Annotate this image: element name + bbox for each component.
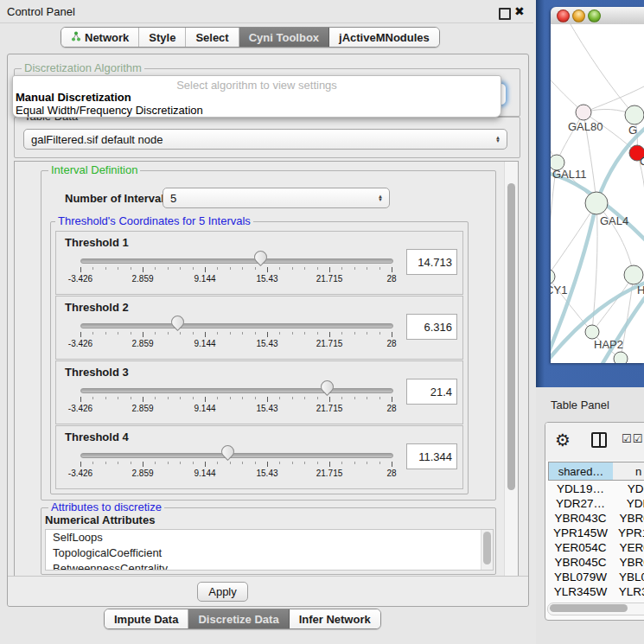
table-row[interactable]: YER054CYER054C [548,541,644,556]
tick-mark [304,332,305,335]
tick-mark [379,462,380,464]
network-edge[interactable] [596,126,644,203]
threshold-value-field[interactable]: 21.4 [406,379,457,405]
tab-network[interactable]: Network [61,28,139,47]
table-panel-title: Table Panel [551,399,609,411]
checkbox-icons[interactable]: ☑☑ [622,432,643,445]
slider-track[interactable] [80,258,393,264]
tick-label: 28 [386,339,396,348]
apply-button[interactable]: Apply [197,582,248,602]
node-h[interactable] [624,265,643,284]
node-label: C [640,155,644,168]
threshold-value-field[interactable]: 6.316 [406,314,457,340]
tick-label: 28 [386,274,396,284]
tick-label: 15.43 [256,339,277,348]
network-edge[interactable] [551,203,596,277]
tick-label: 9.144 [194,274,215,284]
numerical-attributes-list[interactable]: SelfLoopsTopologicalCoefficientBetweenne… [45,529,494,571]
node-bottom[interactable] [614,352,628,363]
attribute-list-item[interactable]: BetweennessCentrality [46,561,493,571]
interval-definition-group: Interval Definition Number of Intervals … [41,170,496,501]
tick-mark [267,332,268,337]
node-top-right[interactable] [625,105,644,124]
algorithm-option[interactable]: Manual Discretization [16,91,131,104]
group-title-attributes: Attributes to discretize [48,501,164,513]
table-row[interactable]: YBR043CYBR043C [548,512,644,526]
tab-label: Discretize Data [198,613,278,626]
slider-track[interactable] [80,388,393,393]
threshold-row: Threshold 3-3.4262.8599.14415.4321.71528… [55,360,463,424]
network-canvas[interactable]: GAL80GCGAL11GAL4GCY1HHAP2 [551,24,644,363]
table-horizontal-scrollbar[interactable] [547,603,644,615]
tab-impute-data[interactable]: Impute Data [105,609,188,628]
table-row[interactable]: YPR145WYPR145W [548,526,644,541]
node-gal80[interactable] [576,105,591,120]
attribute-list-item[interactable]: SelfLoops [46,530,493,545]
node-label: GAL11 [552,168,587,181]
tick-mark [180,267,181,270]
tick-mark [329,332,330,337]
close-icon[interactable]: ✖ [514,4,525,18]
tab-style[interactable]: Style [139,28,186,47]
cell-shared-name: YDR27… [548,497,613,512]
tick-mark [131,462,131,464]
attribute-list-item[interactable]: TopologicalCoefficient [46,545,493,561]
slider-track[interactable] [80,453,393,458]
tab-discretize-data[interactable]: Discretize Data [188,609,289,628]
cell-shared-name: YBR045C [548,556,613,571]
threshold-label: Threshold 3 [65,366,129,379]
tab-cyni-toolbox[interactable]: Cyni Toolbox [239,28,329,47]
tab-infer-network[interactable]: Infer Network [290,609,380,628]
tick-mark [143,332,143,337]
tick-mark [217,397,218,399]
cell-shared-name: YER054C [548,541,613,556]
tick-label: 9.144 [194,339,215,348]
node-gal4[interactable] [585,192,608,214]
tick-mark [92,332,93,335]
float-window-icon[interactable] [499,8,511,20]
minimize-traffic-light-icon[interactable] [572,10,585,22]
gear-icon[interactable]: ⚙ [555,430,571,450]
tick-mark [267,462,268,467]
network-icon [71,31,81,44]
slider-track[interactable] [80,323,393,328]
tick-mark [105,397,106,399]
threshold-value-field[interactable]: 14.713 [406,249,457,275]
table-row[interactable]: YBR045CYBR045C [548,556,644,571]
settings-scrollbar[interactable] [504,162,518,577]
tick-mark [118,267,118,270]
node-gcy1[interactable] [551,269,555,284]
attributes-scrollbar[interactable] [481,530,493,570]
split-columns-icon[interactable] [591,432,607,448]
table-row[interactable]: YDR27…YDR27 [548,497,644,512]
node-hap2[interactable] [585,325,599,339]
tick-mark [205,397,206,402]
node-label: H [637,284,644,296]
slider-tick-labels: -3.4262.8599.14415.4321.71528 [80,274,392,284]
table-data-combobox[interactable]: galFiltered.sif default node ▲▼ [23,129,507,150]
table-row[interactable]: YLR345WYLR345W [548,585,644,600]
tick-mark [180,462,181,464]
tick-mark [193,462,194,464]
close-traffic-light-icon[interactable] [557,10,570,22]
tab-select[interactable]: Select [186,28,239,47]
zoom-traffic-light-icon[interactable] [588,10,601,22]
threshold-value-field[interactable]: 11.344 [406,443,457,469]
cell-shared-name: YPR145W [548,526,613,541]
table-row[interactable]: YDL19…YDL19 [548,482,644,497]
tick-mark [80,397,81,402]
tick-mark [329,267,330,272]
tick-mark [92,267,93,270]
number-of-intervals-combobox[interactable]: 5 ▲▼ [163,188,390,208]
column-header-name[interactable]: n [613,462,644,481]
algorithm-option[interactable]: Equal Width/Frequency Discretization [16,104,203,117]
attributes-group: Attributes to discretize Numerical Attri… [41,507,496,575]
column-header-shared-name[interactable]: shared… [548,462,614,481]
tick-mark [341,267,342,270]
tick-mark [131,267,131,270]
network-edge[interactable] [568,24,634,115]
tick-mark [118,332,118,335]
tick-mark [242,462,243,464]
table-row[interactable]: YBL079WYBL079W [548,571,644,585]
tab-jactivemnodules[interactable]: jActiveMNodules [329,28,439,47]
